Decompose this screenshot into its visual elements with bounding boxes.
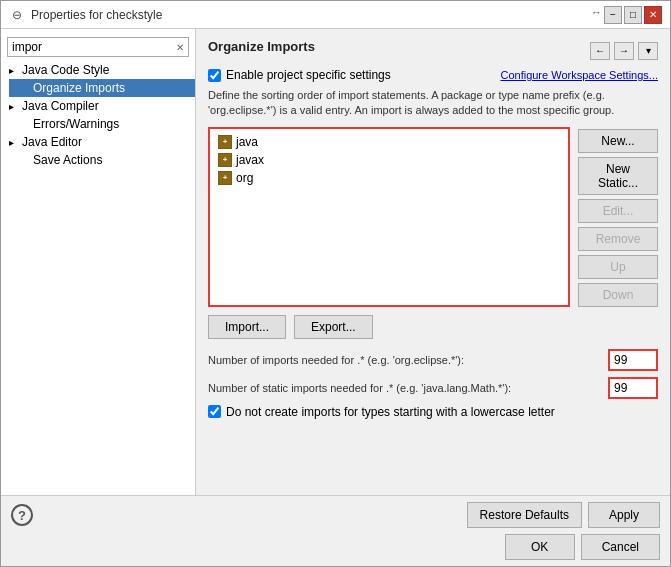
dialog-title: Properties for checkstyle [31,8,162,22]
up-button[interactable]: Up [578,255,658,279]
static-imports-count-input[interactable] [608,377,658,399]
cancel-button[interactable]: Cancel [581,534,660,560]
description-text: Define the sorting order of import state… [208,88,658,119]
import-item-label-java: java [236,135,258,149]
nav-dropdown-button[interactable]: ▾ [638,42,658,60]
enable-label: Enable project specific settings [226,68,391,82]
sidebar-label-java-compiler: Java Compiler [22,99,99,113]
footer: ? Restore Defaults Apply OK Cancel [1,495,670,566]
dialog-icon: ⊖ [9,7,25,23]
main-content: Organize Imports ← → ▾ Enable project sp… [196,29,670,495]
no-lowercase-checkbox[interactable] [208,405,221,418]
sidebar-item-java-editor[interactable]: ▸ Java Editor [1,133,195,151]
new-static-button[interactable]: New Static... [578,157,658,195]
expand-arrow-java-compiler: ▸ [9,101,19,112]
apply-button[interactable]: Apply [588,502,660,528]
minimize-button[interactable]: − [604,6,622,24]
dialog-body: ✕ ▸ Java Code Style Organize Imports ▸ J… [1,29,670,495]
import-icon-javax: + [218,153,232,167]
enable-checkbox[interactable] [208,69,221,82]
side-buttons: New... New Static... Edit... Remove Up D… [578,127,658,307]
import-export-row: Import... Export... [208,315,658,339]
title-bar-controls: ↔ − □ ✕ [591,6,662,24]
footer-action-row: Restore Defaults Apply [467,502,660,528]
import-list-container: + java + javax + org New... New Static..… [208,127,658,307]
nav-back-button[interactable]: ← [590,42,610,60]
nav-arrows: ← → ▾ [590,42,658,60]
nav-arrows-title: ↔ [591,6,602,24]
help-button[interactable]: ? [11,504,33,526]
title-bar: ⊖ Properties for checkstyle ↔ − □ ✕ [1,1,670,29]
edit-button[interactable]: Edit... [578,199,658,223]
sidebar-item-organize-imports[interactable]: Organize Imports [9,79,195,97]
expand-arrow-java-editor: ▸ [9,137,19,148]
sidebar-label-java-code-style: Java Code Style [22,63,109,77]
sidebar-group-java-editor: Save Actions [1,151,195,169]
import-list-item-java[interactable]: + java [214,133,564,151]
section-title: Organize Imports [208,39,315,54]
sidebar-group-java-compiler: Errors/Warnings [1,115,195,133]
maximize-button[interactable]: □ [624,6,642,24]
sidebar-label-organize-imports: Organize Imports [33,81,125,95]
no-lowercase-row: Do not create imports for types starting… [208,405,658,419]
static-imports-count-row: Number of static imports needed for .* (… [208,377,658,399]
import-icon-java: + [218,135,232,149]
enable-checkbox-row: Enable project specific settings Configu… [208,68,658,82]
restore-defaults-button[interactable]: Restore Defaults [467,502,582,528]
close-button[interactable]: ✕ [644,6,662,24]
ok-button[interactable]: OK [505,534,575,560]
search-box[interactable]: ✕ [7,37,189,57]
import-list[interactable]: + java + javax + org [208,127,570,307]
import-item-label-org: org [236,171,253,185]
sidebar-item-java-compiler[interactable]: ▸ Java Compiler [1,97,195,115]
sidebar-item-save-actions[interactable]: Save Actions [9,151,195,169]
remove-button[interactable]: Remove [578,227,658,251]
no-lowercase-label: Do not create imports for types starting… [226,405,555,419]
expand-arrow-java-code-style: ▸ [9,65,19,76]
sidebar-group-java-code-style: Organize Imports [1,79,195,97]
import-item-label-javax: javax [236,153,264,167]
sidebar-label-java-editor: Java Editor [22,135,82,149]
footer-bottom: ? Restore Defaults Apply [11,502,660,528]
sidebar-item-java-code-style[interactable]: ▸ Java Code Style [1,61,195,79]
search-clear-icon[interactable]: ✕ [176,42,184,53]
nav-forward-button[interactable]: → [614,42,634,60]
search-input[interactable] [12,40,176,54]
imports-count-input[interactable] [608,349,658,371]
import-list-item-javax[interactable]: + javax [214,151,564,169]
imports-count-label: Number of imports needed for .* (e.g. 'o… [208,354,608,366]
new-button[interactable]: New... [578,129,658,153]
dialog-window: ⊖ Properties for checkstyle ↔ − □ ✕ ✕ ▸ … [0,0,671,567]
configure-workspace-link[interactable]: Configure Workspace Settings... [500,69,658,81]
section-header: Organize Imports ← → ▾ [208,39,658,62]
sidebar-label-save-actions: Save Actions [33,153,102,167]
sidebar-item-errors-warnings[interactable]: Errors/Warnings [9,115,195,133]
down-button[interactable]: Down [578,283,658,307]
import-button[interactable]: Import... [208,315,286,339]
export-button[interactable]: Export... [294,315,373,339]
sidebar-label-errors-warnings: Errors/Warnings [33,117,119,131]
static-imports-count-label: Number of static imports needed for .* (… [208,382,608,394]
imports-count-row: Number of imports needed for .* (e.g. 'o… [208,349,658,371]
import-icon-org: + [218,171,232,185]
title-bar-left: ⊖ Properties for checkstyle [9,7,162,23]
sidebar: ✕ ▸ Java Code Style Organize Imports ▸ J… [1,29,196,495]
import-list-item-org[interactable]: + org [214,169,564,187]
ok-cancel-row: OK Cancel [11,534,660,560]
